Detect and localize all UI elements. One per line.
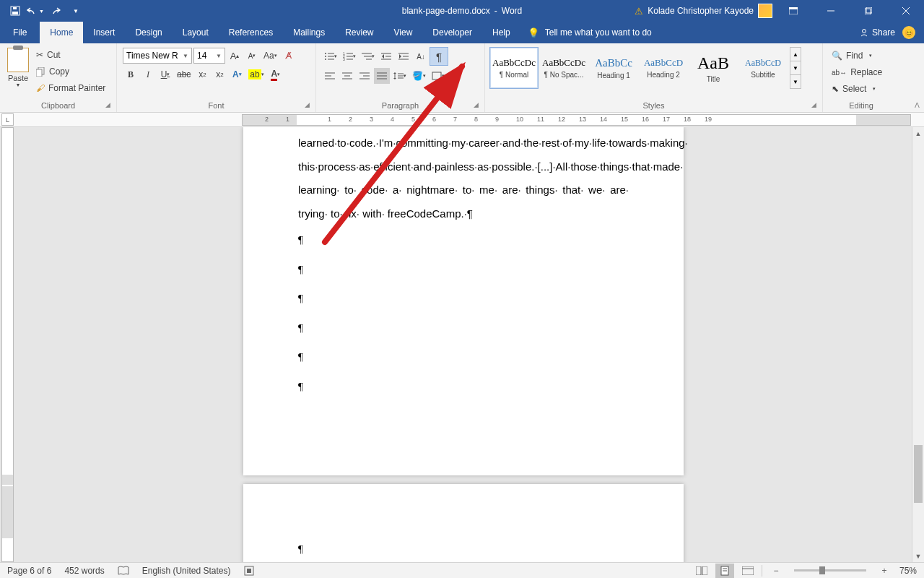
paragraph-mark[interactable]: ¶ [243, 314, 684, 343]
language-status[interactable]: English (United States) [141, 563, 232, 578]
cut-button[interactable]: ✂Cut [33, 47, 108, 63]
tab-insert[interactable]: Insert [83, 22, 125, 43]
gallery-up[interactable]: ▲ [790, 48, 801, 61]
multilevel-list-button[interactable]: ▾ [359, 48, 377, 64]
italic-button[interactable]: I [140, 66, 156, 82]
vertical-ruler[interactable] [1, 127, 14, 562]
close-button[interactable] [889, 0, 923, 22]
font-size-combo[interactable]: 14▼ [193, 48, 225, 64]
paragraph-mark[interactable]: ¶ [243, 225, 684, 255]
paragraph-mark[interactable]: ¶ [243, 284, 684, 314]
qat-customize[interactable]: ▼ [66, 1, 85, 20]
paragraph-mark[interactable]: ¶ [243, 372, 684, 402]
zoom-slider[interactable] [794, 569, 866, 571]
user-avatar[interactable] [758, 4, 772, 18]
document-page[interactable]: learned·to·code.·I'm·committing·my·caree… [243, 127, 684, 475]
justify-button[interactable] [374, 68, 390, 84]
horizontal-ruler[interactable]: 2112345678910111213141516171819 [242, 114, 911, 126]
tab-file[interactable]: File [0, 22, 40, 43]
styles-dialog-launcher[interactable]: ◢ [809, 101, 818, 110]
paste-button[interactable]: Paste ▼ [3, 46, 33, 90]
shading-button[interactable]: 🪣▾ [410, 68, 428, 84]
body-text[interactable]: learned·to·code.·I'm·committing·my·caree… [243, 127, 684, 225]
page-number-status[interactable]: Page 6 of 6 [6, 563, 53, 578]
gallery-more[interactable]: ▼ [790, 75, 801, 88]
ribbon-display-options[interactable] [777, 0, 810, 22]
increase-indent-button[interactable] [396, 48, 411, 64]
align-right-button[interactable] [357, 68, 372, 84]
format-painter-button[interactable]: 🖌Format Painter [33, 80, 108, 96]
shrink-font-button[interactable]: A▾ [244, 48, 260, 64]
subscript-button[interactable]: x2 [194, 66, 210, 82]
maximize-button[interactable] [852, 0, 885, 22]
numbering-button[interactable]: 123▾ [341, 48, 358, 64]
collapse-ribbon-button[interactable]: ᐱ [915, 101, 920, 109]
font-color-button[interactable]: A▾ [268, 66, 284, 82]
style-title[interactable]: AaBTitle [689, 47, 738, 89]
style-heading-1[interactable]: AaBbCcHeading 1 [589, 47, 638, 89]
undo-button[interactable]: ▼ [26, 1, 45, 20]
paragraph-mark[interactable]: ¶ [243, 342, 684, 372]
gallery-down[interactable]: ▼ [790, 61, 801, 75]
user-name[interactable]: Kolade Christopher Kayode [648, 6, 754, 16]
paragraph-dialog-launcher[interactable]: ◢ [471, 101, 480, 110]
minimize-button[interactable] [814, 0, 847, 22]
superscript-button[interactable]: x2 [212, 66, 227, 82]
strikethrough-button[interactable]: abc [175, 66, 193, 82]
grow-font-button[interactable]: A▴ [227, 48, 243, 64]
tab-mailings[interactable]: Mailings [283, 22, 335, 43]
underline-button[interactable]: U▾ [157, 66, 173, 82]
align-left-button[interactable] [322, 68, 338, 84]
align-center-button[interactable] [339, 68, 355, 84]
highlight-button[interactable]: ab▾ [246, 66, 266, 82]
sort-button[interactable]: A↓ [413, 48, 429, 64]
style-no-spacing[interactable]: AaBbCcDc¶ No Spac... [539, 47, 588, 89]
text-effects-button[interactable]: A▾ [229, 66, 245, 82]
tab-developer[interactable]: Developer [422, 22, 482, 43]
bullets-button[interactable]: ▾ [322, 48, 339, 64]
word-count-status[interactable]: 452 words [63, 563, 105, 578]
scroll-thumb[interactable] [914, 445, 923, 503]
tab-design[interactable]: Design [125, 22, 172, 43]
scroll-down[interactable]: ▼ [912, 550, 924, 562]
tab-layout[interactable]: Layout [173, 22, 219, 43]
select-button[interactable]: ⬉Select▾ [829, 81, 879, 97]
zoom-in-button[interactable]: + [875, 564, 894, 578]
style-heading-2[interactable]: AaBbCcDHeading 2 [639, 47, 688, 89]
tab-review[interactable]: Review [335, 22, 383, 43]
decrease-indent-button[interactable] [378, 48, 394, 64]
font-name-combo[interactable]: Times New R▼ [123, 48, 192, 64]
share-button[interactable]: Share [859, 27, 895, 38]
web-layout-button[interactable] [738, 564, 757, 578]
line-spacing-button[interactable]: ▾ [391, 68, 409, 84]
font-dialog-launcher[interactable]: ◢ [302, 101, 311, 110]
save-button[interactable] [6, 1, 25, 20]
bold-button[interactable]: B [123, 66, 139, 82]
zoom-out-button[interactable]: − [767, 564, 785, 578]
document-page-next[interactable]: ¶ [243, 484, 684, 562]
change-case-button[interactable]: Aa▾ [261, 48, 279, 64]
warning-icon[interactable]: ⚠ [635, 6, 643, 17]
spell-check-status[interactable] [116, 563, 131, 578]
tab-home[interactable]: Home [40, 22, 83, 43]
paragraph-mark[interactable]: ¶ [243, 255, 684, 285]
paragraph-mark[interactable]: ¶ [243, 484, 684, 562]
tell-me-search[interactable]: 💡 Tell me what you want to do [520, 22, 659, 43]
copy-button[interactable]: Copy [33, 64, 108, 79]
clear-formatting-button[interactable]: A̸ [281, 48, 297, 64]
vertical-scrollbar[interactable]: ▲ ▼ [912, 127, 924, 562]
scroll-up[interactable]: ▲ [912, 127, 924, 139]
tab-view[interactable]: View [384, 22, 423, 43]
redo-button[interactable] [46, 1, 65, 20]
macro-status[interactable] [243, 563, 256, 578]
find-button[interactable]: 🔍Find▾ [829, 48, 875, 64]
style-subtitle[interactable]: AaBbCcDSubtitle [738, 47, 788, 89]
feedback-button[interactable]: 😊 [902, 26, 915, 39]
show-hide-paragraph-button[interactable]: ¶ [430, 48, 448, 65]
style-normal[interactable]: AaBbCcDc¶ Normal [489, 47, 539, 89]
print-layout-button[interactable] [715, 564, 734, 578]
zoom-level[interactable]: 75% [898, 566, 918, 576]
tab-help[interactable]: Help [482, 22, 520, 43]
tab-selector[interactable]: L [1, 113, 14, 126]
clipboard-dialog-launcher[interactable]: ◢ [103, 101, 112, 110]
